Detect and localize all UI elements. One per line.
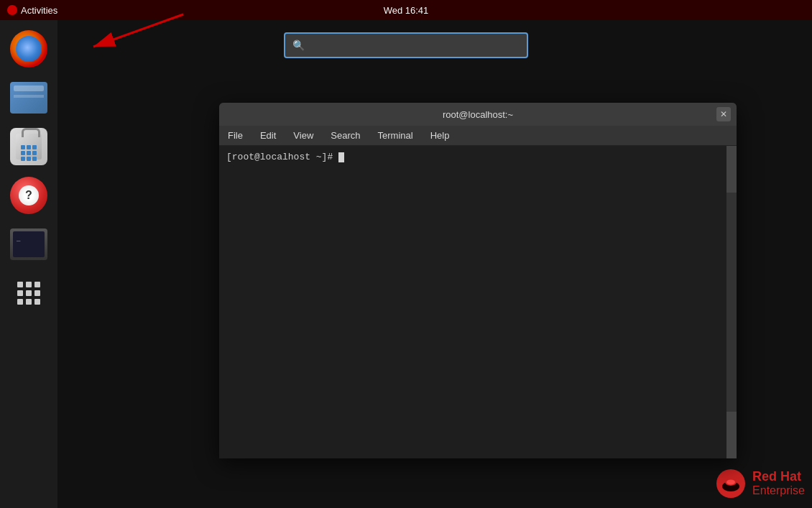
terminal-titlebar: root@localhost:~ ✕	[219, 103, 737, 126]
desktop: ? _	[0, 20, 812, 508]
software-center-icon	[10, 128, 47, 165]
redhat-line1: Red Hat	[752, 470, 805, 484]
terminal-command-prompt: [root@localhost ~]#	[226, 152, 338, 162]
dock: ? _	[0, 20, 57, 508]
files-icon	[10, 82, 47, 114]
clock-display: Wed 16:41	[384, 5, 429, 16]
terminal-screen: _	[13, 231, 45, 257]
dock-item-app-grid[interactable]	[7, 272, 50, 315]
dock-item-files[interactable]	[7, 76, 50, 119]
terminal-window: root@localhost:~ ✕ File Edit View Search…	[219, 103, 737, 458]
menu-view[interactable]: View	[290, 129, 316, 142]
svg-point-5	[726, 480, 735, 485]
redhat-watermark: Red Hat Enterprise	[715, 468, 805, 499]
firefox-inner	[16, 36, 42, 62]
terminal-menubar: File Edit View Search Terminal Help	[219, 126, 737, 146]
dock-item-software-center[interactable]	[7, 125, 50, 168]
activities-button[interactable]: Activities	[0, 0, 65, 20]
search-box: 🔍	[284, 32, 528, 58]
firefox-icon	[10, 30, 47, 68]
terminal-prompt-icon: _	[17, 234, 20, 241]
menu-edit[interactable]: Edit	[257, 129, 279, 142]
terminal-cursor	[338, 152, 344, 162]
dock-item-help[interactable]: ?	[7, 174, 50, 217]
redhat-logo-icon	[715, 468, 747, 499]
close-icon: ✕	[720, 109, 727, 119]
terminal-app-icon: _	[10, 228, 47, 260]
dock-item-terminal[interactable]: _	[7, 223, 50, 266]
grid-dots	[21, 145, 37, 161]
redhat-brand-text: Red Hat Enterprise	[752, 470, 805, 497]
terminal-body[interactable]: [root@localhost ~]#	[219, 146, 737, 458]
activities-label: Activities	[21, 5, 57, 16]
app-grid-icon	[10, 277, 47, 309]
search-overlay: 🔍	[284, 32, 528, 58]
terminal-close-button[interactable]: ✕	[716, 107, 731, 121]
topbar: Activities Wed 16:41	[0, 0, 812, 20]
menu-search[interactable]: Search	[328, 129, 363, 142]
search-input[interactable]	[310, 40, 520, 51]
dock-item-firefox[interactable]	[7, 27, 50, 70]
menu-help[interactable]: Help	[428, 129, 453, 142]
help-icon: ?	[10, 177, 47, 214]
terminal-title: root@localhost:~	[443, 109, 513, 120]
menu-terminal[interactable]: Terminal	[375, 129, 416, 142]
menu-file[interactable]: File	[225, 129, 246, 142]
help-inner: ?	[19, 185, 39, 205]
redhat-line2: Enterprise	[752, 484, 805, 497]
search-icon: 🔍	[292, 40, 305, 51]
redhat-dot-icon	[7, 5, 17, 15]
